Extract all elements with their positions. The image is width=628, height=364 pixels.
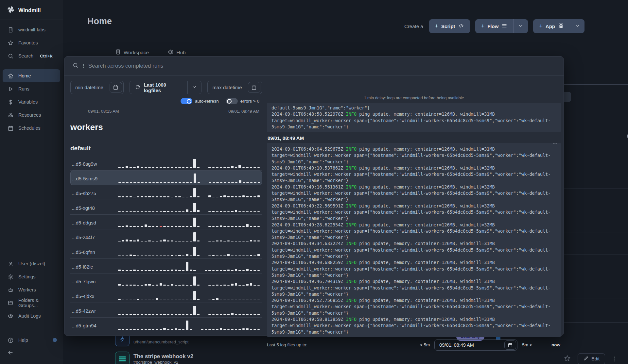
worker-row[interactable]: ...d5-42zwr — [70, 303, 262, 318]
sidebar-item-audit-logs[interactable]: Audit Logs — [3, 309, 60, 323]
brand[interactable]: Windmill — [0, 0, 63, 20]
back-5m-button[interactable]: < 5m — [420, 342, 430, 347]
sidebar-item-favorites[interactable]: Favorites — [3, 36, 60, 49]
log-entries-current: 2024-09-01T06:49:04.529675Z INFO ping up… — [271, 146, 556, 335]
sidebar-item-schedules[interactable]: Schedules — [3, 122, 60, 135]
worker-sparkline — [118, 217, 260, 229]
create-app-button[interactable]: + App — [533, 19, 570, 33]
flow-list-item[interactable]: The stripe webhook v2 f/bd/stripe_webhoo… — [115, 352, 628, 364]
search-input[interactable] — [88, 63, 556, 69]
page-title: Home — [87, 16, 112, 26]
create-label: Create a — [404, 24, 423, 29]
log-block-current: 2024-09-01T06:49:04.529675Z INFO ping up… — [267, 143, 561, 337]
windmill-logo-icon — [7, 5, 15, 15]
worker-name: ...d5-8sg9w — [72, 161, 118, 170]
sidebar-item-label: Settings — [18, 274, 35, 279]
windmill-app: Windmill windmill-labs Favorites Search … — [0, 0, 628, 364]
sidebar-item-search[interactable]: Search Ctrl+k — [3, 49, 60, 62]
row-menu-button[interactable]: ⋮ — [612, 356, 617, 362]
create-app-label: App — [546, 24, 555, 29]
sidebar-item-workers[interactable]: Workers — [3, 283, 60, 296]
refresh-icon — [135, 84, 141, 91]
sidebar-item-label: Audit Logs — [18, 313, 41, 319]
favorite-star-icon[interactable] — [564, 355, 571, 363]
worker-row[interactable]: ...d5-ddgsd — [70, 215, 262, 229]
dollar-icon — [7, 99, 14, 105]
calendar-icon[interactable] — [248, 82, 260, 93]
log-block-previous: default-5sms9-Jmn1G","name":"worker"} 20… — [267, 103, 561, 132]
worker-row[interactable]: ...d5-6qfnn — [70, 244, 262, 259]
sidebar-item-settings[interactable]: Settings — [3, 270, 60, 283]
forward-5m-button[interactable]: 5m > — [522, 342, 532, 347]
worker-row[interactable]: ...d5-4jdxx — [70, 288, 262, 303]
create-script-button[interactable]: + Script — [429, 19, 470, 33]
calendar-icon[interactable] — [110, 82, 122, 93]
building-icon — [7, 26, 14, 33]
worker-row[interactable]: ...d5-sb275 — [70, 185, 262, 200]
sidebar-item-resources[interactable]: Resources — [3, 108, 60, 122]
sidebar-item-help[interactable]: Help — [3, 334, 60, 347]
worker-row[interactable]: ...d5-l82lc — [70, 259, 262, 273]
log-entries-previous: 2024-09-01T06:48:58.522978Z INFO ping up… — [271, 111, 556, 130]
log-section-header: 09/01, 08:49 AM — [268, 135, 564, 141]
create-script-label: Script — [441, 24, 455, 29]
log-entry: 2024-09-01T06:49:40.688259Z INFO ping up… — [271, 259, 556, 278]
worker-sparkline — [118, 246, 260, 258]
star-icon — [7, 40, 14, 46]
worker-row[interactable]: ...d5-5sms9 — [70, 171, 262, 185]
sidebar-item-label: Runs — [18, 86, 29, 91]
worker-name: ...d5-ddgsd — [72, 220, 118, 229]
sidebar-item-variables[interactable]: Variables — [3, 95, 60, 108]
min-datetime-placeholder: min datetime — [75, 85, 103, 90]
max-datetime-placeholder: max datetime — [212, 85, 242, 90]
log-entry: 2024-09-01T06:48:58.522978Z INFO ping up… — [271, 111, 556, 130]
worker-row[interactable]: ...d5-gtm94 — [70, 318, 262, 332]
auto-refresh-toggle[interactable] — [181, 98, 192, 104]
worker-row[interactable]: ...d5-z44f7 — [70, 229, 262, 244]
tab-hub[interactable]: Hub — [168, 49, 185, 56]
logfiles-dropdown[interactable] — [187, 81, 201, 94]
logfiles-selector-value: Last 1000 logfiles — [144, 82, 182, 93]
create-app-dropdown[interactable] — [570, 19, 584, 33]
log-entry: 2024-09-01T06:49:28.622554Z INFO ping up… — [271, 222, 556, 241]
expand-icon[interactable] — [552, 143, 558, 146]
toggle-row: auto-refresh errors > 0 — [70, 98, 259, 104]
plus-icon: + — [481, 23, 485, 30]
create-flow-dropdown[interactable] — [514, 19, 528, 33]
collapse-sidebar-button[interactable] — [3, 347, 60, 360]
workers-title: workers — [70, 122, 262, 132]
edit-button[interactable]: Edit — [578, 353, 605, 364]
worker-row[interactable]: ...d5-8sg9w — [70, 156, 262, 171]
logfiles-selector-button[interactable]: Last 1000 logfiles — [130, 81, 187, 94]
sidebar-item-label: Help — [18, 338, 28, 343]
sidebar-item-user[interactable]: User (rfiszel) — [3, 257, 60, 270]
log-datetime-input[interactable]: 09/01, 08:49 AM — [434, 339, 517, 351]
create-flow-button[interactable]: + Flow — [475, 19, 514, 33]
worker-sparkline — [118, 231, 260, 244]
pencil-icon — [583, 356, 588, 362]
now-button[interactable]: now — [551, 342, 560, 347]
sidebar-item-folders[interactable]: Folders & Groups... — [3, 296, 60, 309]
tab-workspace[interactable]: Workspace — [115, 49, 149, 56]
sidebar-item-workspace[interactable]: windmill-labs — [3, 23, 60, 36]
worker-name: ...d5-z44f7 — [72, 235, 118, 244]
min-datetime-input[interactable]: min datetime — [70, 81, 124, 94]
worker-name: ...d5-6qfnn — [72, 249, 118, 258]
sidebar-item-label: Schedules — [18, 125, 41, 131]
sidebar-item-label: Resources — [18, 112, 41, 118]
sidebar-item-home[interactable]: Home — [3, 69, 60, 82]
worker-list: ...d5-8sg9w ...d5-5sms9 ...d5-sb275 ...d… — [70, 156, 262, 332]
search-shortcut: Ctrl+k — [40, 54, 53, 58]
worker-row[interactable]: ...d5-xgt48 — [70, 200, 262, 215]
calendar-icon[interactable] — [504, 340, 516, 350]
row-divider — [557, 189, 628, 189]
brand-name: Windmill — [18, 7, 41, 13]
worker-group-title: default — [70, 145, 262, 152]
item-path: f/bd/stripe_webhook_v2 — [133, 360, 193, 364]
modal-search-bar: ! — [64, 57, 564, 75]
row-divider — [557, 277, 628, 277]
worker-row[interactable]: ...d5-7lgwn — [70, 273, 262, 288]
errors-toggle[interactable] — [226, 98, 238, 104]
sidebar-item-runs[interactable]: Runs — [3, 82, 60, 95]
max-datetime-input[interactable]: max datetime — [207, 81, 262, 94]
